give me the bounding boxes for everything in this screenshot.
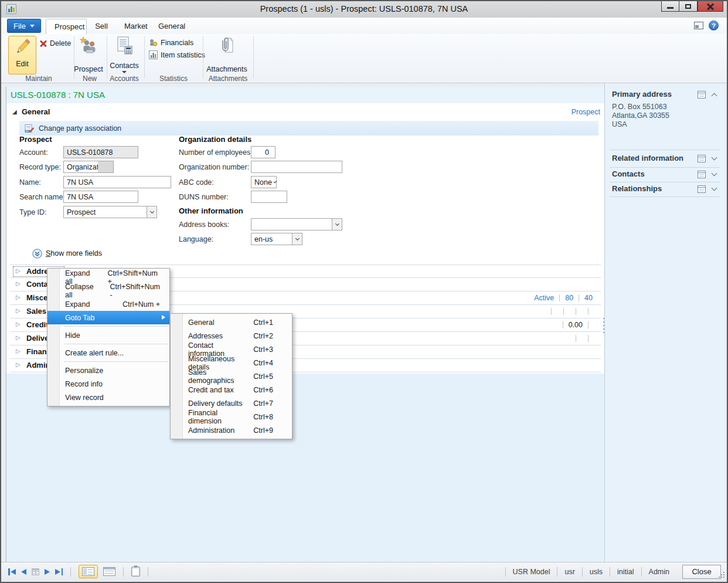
submenu-item-credit-and-tax[interactable]: Credit and tax Ctrl+6 — [171, 383, 292, 396]
item-statistics-button[interactable]: Item statistics — [149, 49, 205, 60]
close-icon — [707, 3, 714, 10]
maximize-button[interactable] — [679, 1, 698, 12]
financials-button[interactable]: Financials — [149, 37, 193, 48]
collapse-chevron-icon[interactable] — [712, 93, 717, 99]
contacts-button[interactable]: Contacts — [108, 36, 140, 73]
goto-tab-submenu: General Ctrl+1 Addresses Ctrl+2 Contact … — [170, 313, 292, 439]
grid-view-button[interactable] — [103, 567, 115, 576]
collapsed-triangle-icon: ▷ — [16, 267, 21, 274]
close-window-button[interactable] — [698, 1, 723, 12]
menu-item-view-record[interactable]: View record — [47, 391, 169, 404]
tab-sell[interactable]: Sell — [87, 19, 116, 34]
first-record-button[interactable] — [8, 568, 16, 575]
menu-separator — [64, 361, 168, 362]
next-record-button[interactable] — [45, 569, 50, 575]
menu-item-goto-tab[interactable]: Goto Tab — [47, 311, 169, 324]
document-handling-button[interactable] — [131, 567, 140, 577]
change-party-association-button[interactable]: ABC Change party association — [19, 121, 598, 135]
address-books-select[interactable] — [251, 218, 342, 231]
change-party-label: Change party association — [39, 124, 121, 133]
previous-record-button[interactable] — [21, 569, 26, 575]
account-label: Account: — [19, 147, 48, 158]
status-model[interactable]: USR Model — [508, 568, 555, 576]
duns-field[interactable] — [251, 191, 287, 203]
address-line: USA — [612, 120, 627, 128]
dropdown-arrow-icon[interactable] — [292, 233, 302, 245]
account-field[interactable]: USLS-010878 — [63, 146, 138, 158]
employees-field[interactable]: 0 — [251, 146, 275, 158]
edit-label: Edit — [16, 60, 29, 68]
menu-item-create-alert-rule[interactable]: Create alert rule... — [47, 346, 169, 360]
primary-address-header[interactable]: Primary address — [612, 90, 720, 101]
layout-panel-icon[interactable] — [694, 22, 703, 29]
minimize-button[interactable] — [661, 1, 679, 12]
search-name-field[interactable]: 7N USA — [63, 191, 138, 203]
status-role[interactable]: Admin — [644, 568, 674, 576]
circled-double-chevron-down-icon — [32, 249, 42, 259]
expand-chevron-icon[interactable] — [712, 185, 717, 191]
general-section-header[interactable]: ◢ General Prospect — [6, 107, 602, 118]
employees-label: Number of employees: — [179, 147, 253, 158]
organization-details-header: Organization details — [179, 135, 251, 144]
dropdown-arrow-icon[interactable] — [147, 206, 157, 218]
record-type-field[interactable]: Organization — [63, 161, 114, 173]
address-line: P.O. Box 551063 — [612, 103, 667, 111]
show-more-fields-button[interactable]: Show more fields — [32, 248, 102, 259]
status-partition[interactable]: initial — [613, 568, 639, 576]
type-id-select[interactable]: Prospect — [63, 206, 157, 218]
form-view-icon — [82, 567, 94, 576]
tab-market[interactable]: Market — [116, 19, 150, 34]
menu-separator — [64, 326, 168, 327]
status-user[interactable]: usr — [560, 568, 579, 576]
contacts-header[interactable]: Contacts — [612, 170, 720, 181]
menu-item-record-info[interactable]: Record info — [47, 377, 169, 391]
menu-item-hide[interactable]: Hide — [47, 328, 169, 342]
submenu-item-administration[interactable]: Administration Ctrl+9 — [171, 423, 292, 437]
attachments-button[interactable]: Attachments — [207, 36, 246, 73]
collapsed-triangle-icon: ▷ — [16, 334, 21, 341]
delete-label: Delete — [50, 39, 71, 48]
org-number-label: Organization number: — [179, 161, 249, 173]
last-record-button[interactable] — [55, 568, 63, 575]
form-icon[interactable] — [698, 171, 706, 178]
menu-item-personalize[interactable]: Personalize — [47, 364, 169, 377]
submenu-item-financial-dimension[interactable]: Financial dimension Ctrl+8 — [171, 410, 292, 423]
form-icon[interactable] — [698, 155, 706, 162]
submenu-item-general[interactable]: General Ctrl+1 — [171, 316, 292, 329]
window-title: Prospects (1 - usls) - Prospect: USLS-01… — [1, 4, 727, 13]
form-icon[interactable] — [698, 185, 706, 193]
edit-button[interactable]: Edit — [8, 36, 36, 74]
expand-chevron-icon[interactable] — [712, 171, 717, 177]
dropdown-arrow-icon[interactable] — [332, 219, 342, 230]
delete-button[interactable]: Delete — [40, 38, 71, 49]
close-button[interactable]: Close — [682, 565, 721, 579]
tab-general[interactable]: General — [150, 19, 190, 34]
menu-item-expand[interactable]: Expand Ctrl+Num + — [47, 297, 169, 311]
org-number-field[interactable] — [251, 161, 342, 173]
other-information-header: Other information — [179, 206, 243, 215]
prospect-link[interactable]: Prospect — [571, 108, 600, 116]
maximize-icon — [685, 4, 691, 9]
expand-chevron-icon[interactable] — [712, 155, 717, 161]
abc-code-select[interactable]: None — [251, 176, 277, 188]
file-menu-button[interactable]: File — [7, 19, 41, 33]
related-information-header[interactable]: Related information — [612, 154, 720, 165]
resize-grip[interactable] — [723, 577, 724, 578]
ribbon-tabstrip: File Prospect Sell Market General ? — [1, 18, 727, 34]
relationships-header[interactable]: Relationships — [612, 184, 720, 196]
new-prospect-button[interactable]: Prospect — [73, 36, 104, 73]
form-icon[interactable] — [698, 91, 706, 99]
group-statistics: Statistics — [145, 74, 202, 83]
help-icon[interactable]: ? — [709, 21, 719, 30]
people-icon — [78, 36, 99, 57]
submenu-arrow-icon — [162, 315, 165, 320]
menu-item-collapse-all[interactable]: Collapse all Ctrl+Shift+Num - — [47, 284, 169, 297]
fact-pane: Primary address P.O. Box 551063 Atlanta,… — [604, 83, 724, 562]
form-view-toggle[interactable] — [79, 565, 98, 578]
status-company[interactable]: usls — [585, 568, 607, 576]
language-select[interactable]: en-us — [251, 233, 302, 245]
group-maintain: Maintain — [6, 74, 72, 83]
tab-prospect[interactable]: Prospect — [46, 19, 87, 34]
name-field[interactable]: 7N USA — [63, 176, 171, 188]
submenu-item-sales-demographics[interactable]: Sales demographics Ctrl+5 — [171, 370, 292, 383]
